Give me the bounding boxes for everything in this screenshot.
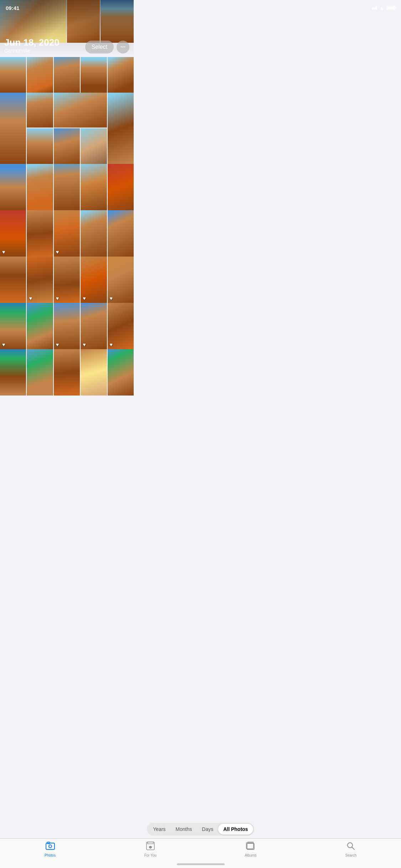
photo-row-3 [0, 164, 134, 210]
photo-cell[interactable] [108, 164, 134, 210]
photo-cell[interactable] [0, 164, 26, 210]
photo-cell[interactable] [27, 128, 53, 164]
favorite-icon: ♥ [2, 249, 5, 255]
photo-cell[interactable]: ♥ [0, 303, 26, 349]
photo-cell[interactable]: ♥ [0, 210, 26, 257]
photo-cell[interactable] [0, 57, 26, 93]
photo-cell[interactable] [81, 349, 107, 396]
favorite-icon: ♥ [56, 342, 59, 347]
photo-cell[interactable]: ♥ [54, 303, 80, 349]
select-button[interactable]: Select [85, 41, 114, 53]
photo-cell[interactable] [81, 57, 107, 93]
selfie-photo [81, 128, 107, 164]
more-button[interactable]: ··· [117, 41, 129, 53]
photo-cell[interactable] [0, 257, 26, 303]
photo-row-2 [0, 93, 134, 164]
favorite-icon: ♥ [83, 342, 86, 347]
photo-cell[interactable] [81, 128, 107, 164]
photo-row-4: ♥ ♥ [0, 210, 134, 257]
favorite-icon: ♥ [29, 295, 32, 301]
photo-cell[interactable]: ♥ [54, 210, 80, 257]
photo-row-6: ♥ ♥ ♥ ♥ [0, 303, 134, 349]
photo-scroll-area: Jun 18, 2020 Cannonville Select ··· [0, 0, 134, 456]
status-time: 09:41 [6, 5, 19, 11]
favorite-icon: ♥ [2, 342, 5, 347]
photo-cell[interactable] [54, 57, 80, 93]
photo-cell[interactable] [27, 57, 53, 93]
photo-cell[interactable] [0, 349, 26, 396]
photo-cell[interactable] [54, 349, 80, 396]
photo-cell[interactable] [108, 210, 134, 257]
photo-row-1 [0, 57, 134, 93]
photo-cell[interactable]: ♥ [54, 257, 80, 303]
photo-cell[interactable] [108, 93, 134, 164]
favorite-icon: ♥ [83, 295, 86, 301]
photo-cell[interactable] [0, 93, 26, 164]
photo-row-5: ♥ ♥ ♥ ♥ [0, 257, 134, 303]
photo-cell[interactable] [108, 349, 134, 396]
photo-cell[interactable]: ♥ [81, 257, 107, 303]
favorite-icon: ♥ [110, 342, 113, 347]
photo-cell[interactable] [27, 164, 53, 210]
photo-cell[interactable] [27, 349, 53, 396]
photo-cell[interactable] [81, 164, 107, 210]
status-bar: 09:41 ▲ [0, 0, 134, 16]
photo-cell[interactable] [81, 210, 107, 257]
header-actions: Select ··· [85, 41, 129, 53]
photo-row-7 [0, 349, 134, 396]
photo-cell[interactable] [54, 128, 80, 164]
photo-cell[interactable]: ♥ [27, 257, 53, 303]
header-date-info: Jun 18, 2020 Cannonville [4, 18, 60, 53]
favorite-icon: ♥ [56, 295, 59, 301]
photo-cell[interactable] [27, 93, 53, 128]
favorite-icon: ♥ [56, 249, 59, 255]
header-date: Jun 18, 2020 [4, 37, 60, 48]
photo-cell[interactable] [54, 164, 80, 210]
photo-cell[interactable] [54, 93, 107, 128]
header-location: Cannonville [4, 48, 60, 53]
photo-cell[interactable]: ♥ [108, 303, 134, 349]
photo-cell[interactable] [27, 303, 53, 349]
favorite-icon: ♥ [110, 295, 113, 301]
photo-cell[interactable] [27, 210, 53, 257]
photo-cell[interactable]: ♥ [108, 257, 134, 303]
photo-cell[interactable] [108, 57, 134, 93]
photo-cell[interactable]: ♥ [81, 303, 107, 349]
